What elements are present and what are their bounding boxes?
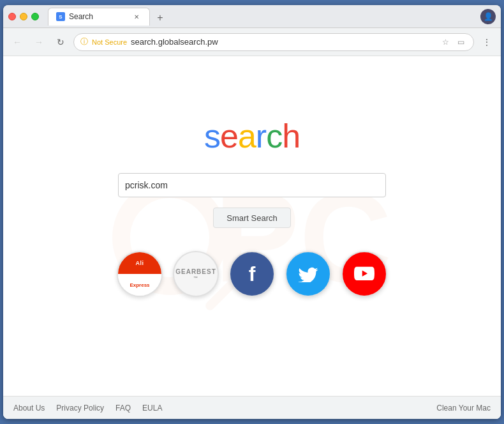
search-input-wrapper bbox=[118, 173, 386, 197]
forward-icon: → bbox=[34, 37, 43, 47]
aliexpress-bottom: Express bbox=[118, 274, 161, 296]
reload-icon: ↻ bbox=[57, 37, 64, 47]
title-bar: S Search ✕ + 👤 bbox=[3, 5, 501, 28]
youtube-link[interactable] bbox=[341, 251, 387, 297]
tab-title: Search bbox=[69, 12, 128, 21]
maximize-window-button[interactable] bbox=[31, 13, 39, 20]
address-bar[interactable]: ⓘ Not Secure search.globalsearch.pw ☆ ▭ bbox=[73, 33, 474, 51]
smart-search-button[interactable]: Smart Search bbox=[213, 208, 290, 228]
footer-links: About Us Privacy Policy FAQ EULA bbox=[13, 404, 162, 413]
tab-favicon: S bbox=[56, 12, 65, 21]
traffic-lights bbox=[8, 13, 39, 20]
address-actions: ☆ ▭ bbox=[439, 36, 467, 49]
aliexpress-top: Ali bbox=[118, 252, 161, 274]
footer-eula-link[interactable]: EULA bbox=[142, 404, 162, 413]
tabs-area: S Search ✕ + bbox=[45, 8, 480, 26]
back-button[interactable]: ← bbox=[8, 33, 26, 51]
footer-faq-link[interactable]: FAQ bbox=[115, 404, 131, 413]
logo-letter-s: s bbox=[204, 117, 220, 155]
profile-button[interactable]: 👤 bbox=[480, 9, 496, 24]
footer: About Us Privacy Policy FAQ EULA Clean Y… bbox=[3, 396, 501, 419]
twitter-bird-icon bbox=[298, 266, 318, 282]
gearbest-name: GEARBEST bbox=[175, 268, 216, 275]
forward-button[interactable]: → bbox=[30, 33, 48, 51]
not-secure-label: Not Secure bbox=[92, 38, 127, 46]
social-links: Ali Express GEARBEST ™ f bbox=[117, 251, 387, 297]
logo-letter-r: r bbox=[256, 117, 266, 155]
search-input[interactable] bbox=[125, 180, 379, 190]
gearbest-link[interactable]: GEARBEST ™ bbox=[173, 251, 219, 297]
nav-bar: ← → ↻ ⓘ Not Secure search.globalsearch.p… bbox=[3, 28, 501, 56]
close-window-button[interactable] bbox=[8, 13, 16, 20]
back-icon: ← bbox=[13, 37, 22, 47]
twitter-link[interactable] bbox=[285, 251, 331, 297]
page-content: PC search Smart Search Ali Express bbox=[3, 56, 501, 419]
cast-button[interactable]: ▭ bbox=[454, 36, 467, 49]
facebook-icon: f bbox=[249, 262, 256, 286]
logo-letter-e: e bbox=[220, 117, 238, 155]
search-area: search Smart Search Ali Express GEARBEST bbox=[3, 56, 501, 396]
footer-privacy-link[interactable]: Privacy Policy bbox=[56, 404, 104, 413]
footer-about-link[interactable]: About Us bbox=[13, 404, 45, 413]
tab-close-button[interactable]: ✕ bbox=[131, 11, 142, 22]
browser-window: S Search ✕ + 👤 ← → ↻ ⓘ Not Secure search… bbox=[3, 5, 501, 419]
logo-letter-h: h bbox=[282, 117, 300, 155]
youtube-play-icon bbox=[354, 266, 374, 282]
search-logo: search bbox=[204, 117, 300, 155]
gearbest-sub: ™ bbox=[193, 276, 198, 280]
reload-button[interactable]: ↻ bbox=[52, 33, 70, 51]
active-tab[interactable]: S Search ✕ bbox=[48, 8, 150, 26]
logo-letter-c: c bbox=[266, 117, 282, 155]
footer-clean-mac[interactable]: Clean Your Mac bbox=[436, 404, 491, 413]
minimize-window-button[interactable] bbox=[20, 13, 27, 20]
new-tab-button[interactable]: + bbox=[152, 10, 168, 26]
bookmark-button[interactable]: ☆ bbox=[439, 36, 452, 49]
security-icon: ⓘ bbox=[80, 36, 88, 47]
facebook-link[interactable]: f bbox=[229, 251, 275, 297]
url-text: search.globalsearch.pw bbox=[131, 37, 435, 47]
aliexpress-link[interactable]: Ali Express bbox=[117, 251, 163, 297]
menu-button[interactable]: ⋮ bbox=[478, 33, 496, 51]
logo-letter-a: a bbox=[238, 117, 256, 155]
nav-right-actions: ⋮ bbox=[478, 33, 496, 51]
